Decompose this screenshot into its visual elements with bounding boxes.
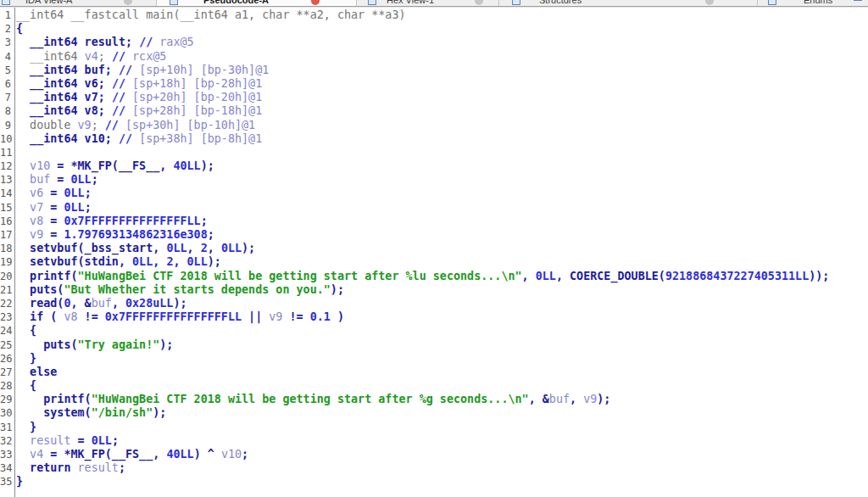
code-text[interactable]: else bbox=[13, 366, 57, 379]
code-token[interactable]: v9 bbox=[78, 119, 92, 131]
code-token[interactable]: 0LL bbox=[536, 270, 556, 282]
code-token[interactable]: 40LL bbox=[166, 448, 193, 461]
code-token[interactable]: 9218868437227405311LL bbox=[665, 270, 809, 282]
code-token[interactable]: 0LL bbox=[71, 173, 92, 186]
code-token[interactable]: __int64 v6; bbox=[16, 77, 112, 90]
code-token[interactable]: ; bbox=[98, 50, 112, 63]
code-token[interactable]: v4 bbox=[85, 50, 98, 63]
code-token[interactable]: [sp+20h] [bp-20h]@1 bbox=[132, 91, 262, 103]
code-text[interactable]: __int64 v4; // rcx@5 bbox=[13, 50, 166, 64]
code-text[interactable]: puts("But Whether it starts depends on y… bbox=[13, 283, 344, 297]
code-token[interactable]: else bbox=[16, 366, 57, 378]
code-token[interactable]: v9 bbox=[583, 393, 597, 405]
code-token[interactable]: __int64 __fastcall main(__int64 a1, char… bbox=[16, 8, 406, 21]
code-token[interactable]: = *MK_FP(__FS__, bbox=[43, 448, 166, 461]
code-token[interactable]: setvbuf(_bss_start, bbox=[16, 242, 166, 254]
code-token[interactable]: printf( bbox=[16, 270, 78, 282]
code-token[interactable]: read( bbox=[16, 297, 64, 310]
code-text[interactable]: __int64 v10; // [sp+38h] [bp-8h]@1 bbox=[13, 132, 262, 146]
code-token[interactable]: buf bbox=[92, 297, 112, 310]
code-token[interactable]: ; bbox=[92, 119, 105, 131]
code-text[interactable]: } bbox=[13, 352, 36, 366]
code-text[interactable]: v7 = 0LL; bbox=[13, 201, 92, 215]
code-token[interactable]: ; bbox=[92, 173, 98, 186]
code-token[interactable]: ; bbox=[119, 461, 125, 474]
code-token[interactable]: [sp+38h] [bp-8h]@1 bbox=[139, 132, 262, 145]
code-token[interactable]: 0.1 bbox=[310, 310, 331, 323]
code-token[interactable]: 0x7FFFFFFFFFFFFFFFLL bbox=[64, 215, 200, 227]
code-token[interactable]: "Try again!" bbox=[78, 338, 160, 351]
code-token[interactable]: ; bbox=[208, 228, 214, 241]
tab-close-icon[interactable] bbox=[705, 0, 714, 5]
tab-close-icon[interactable] bbox=[311, 0, 320, 5]
code-token[interactable]: 0LL bbox=[132, 255, 153, 268]
code-token[interactable]: ); bbox=[153, 406, 166, 419]
code-token[interactable]: , bbox=[173, 255, 186, 268]
code-token[interactable]: ); bbox=[173, 297, 186, 310]
code-token[interactable]: != bbox=[282, 310, 309, 323]
code-text[interactable] bbox=[13, 146, 16, 159]
code-text[interactable]: { bbox=[13, 379, 36, 393]
tab-close-icon[interactable] bbox=[475, 0, 483, 5]
code-text[interactable]: } bbox=[13, 475, 23, 489]
tab-structures[interactable]: Structures bbox=[499, 0, 758, 6]
code-token[interactable]: // bbox=[112, 104, 132, 117]
code-token[interactable]: rcx@5 bbox=[132, 50, 166, 63]
code-token[interactable]: ); bbox=[597, 393, 610, 405]
code-token[interactable]: ); bbox=[159, 338, 173, 351]
code-token[interactable]: 0x7FFFFFFFFFFFFFFFLL bbox=[105, 310, 242, 323]
code-token[interactable]: // bbox=[112, 77, 132, 90]
code-token[interactable]: ) ^ bbox=[194, 448, 221, 461]
code-token[interactable]: 40LL bbox=[173, 159, 200, 172]
code-token[interactable]: ; bbox=[112, 434, 119, 447]
code-text[interactable]: double v9; // [sp+30h] [bp-10h]@1 bbox=[13, 119, 255, 132]
code-text[interactable]: system("/bin/sh"); bbox=[13, 406, 166, 420]
tab-pseudocode-a[interactable]: Pseudocode-A bbox=[157, 0, 357, 6]
code-token[interactable]: 0LL bbox=[166, 242, 186, 254]
code-token[interactable]: ); bbox=[201, 159, 214, 172]
code-token[interactable]: // bbox=[119, 64, 139, 76]
code-token[interactable]: result bbox=[16, 434, 71, 447]
code-token[interactable]: v9 bbox=[16, 228, 43, 241]
code-token[interactable]: [sp+30h] [bp-10h]@1 bbox=[125, 119, 255, 131]
code-token[interactable]: "But Whether it starts depends on you." bbox=[64, 283, 330, 296]
code-token[interactable]: , bbox=[187, 242, 201, 254]
code-token[interactable]: // bbox=[139, 36, 159, 48]
code-token[interactable]: printf( bbox=[16, 393, 92, 405]
code-token[interactable]: ; bbox=[242, 448, 248, 461]
code-token[interactable]: , bbox=[153, 255, 166, 268]
code-token[interactable]: ; bbox=[201, 215, 208, 227]
code-token[interactable]: [sp+28h] [bp-18h]@1 bbox=[132, 104, 262, 117]
code-token[interactable]: __int64 bbox=[16, 50, 85, 63]
code-token[interactable]: ); bbox=[242, 242, 255, 254]
tab-ida-view-a[interactable]: IDA View-A bbox=[0, 0, 157, 6]
tab-close-icon[interactable] bbox=[124, 0, 132, 5]
code-token[interactable]: = *MK_FP(__FS__, bbox=[50, 159, 173, 172]
code-text[interactable]: setvbuf(_bss_start, 0LL, 2, 0LL); bbox=[13, 242, 255, 255]
code-token[interactable]: , bbox=[522, 270, 536, 282]
code-token[interactable]: if ( bbox=[16, 310, 64, 323]
code-token[interactable]: ); bbox=[331, 283, 344, 296]
code-token[interactable]: "/bin/sh" bbox=[92, 406, 153, 419]
code-token[interactable]: // bbox=[119, 132, 139, 145]
code-token[interactable]: != bbox=[78, 310, 105, 323]
code-token[interactable]: } bbox=[16, 352, 36, 365]
code-token[interactable]: 0LL bbox=[187, 255, 208, 268]
code-token[interactable]: v9 bbox=[269, 310, 282, 323]
code-token[interactable]: 0LL bbox=[64, 201, 84, 214]
code-text[interactable]: v10 = *MK_FP(__FS__, 40LL); bbox=[13, 159, 214, 173]
code-token[interactable]: , bbox=[112, 297, 125, 310]
code-text[interactable]: v8 = 0x7FFFFFFFFFFFFFFFLL; bbox=[13, 215, 208, 228]
code-text[interactable]: { bbox=[13, 324, 36, 338]
code-text[interactable]: v9 = 1.797693134862316e308; bbox=[13, 228, 214, 242]
code-token[interactable]: "HuWangBei CTF 2018 will be getting star… bbox=[78, 270, 522, 282]
code-token[interactable]: { bbox=[16, 379, 36, 392]
code-token[interactable]: v8 bbox=[16, 215, 43, 227]
code-token[interactable]: = bbox=[43, 228, 64, 241]
code-token[interactable]: , bbox=[570, 393, 583, 405]
code-token[interactable]: v4 bbox=[16, 448, 43, 461]
code-text[interactable]: read(0, &buf, 0x28uLL); bbox=[13, 297, 187, 310]
code-token[interactable]: { bbox=[16, 22, 23, 35]
code-text[interactable]: __int64 v8; // [sp+28h] [bp-18h]@1 bbox=[13, 104, 262, 118]
code-token[interactable]: 1.797693134862316e308 bbox=[64, 228, 207, 241]
